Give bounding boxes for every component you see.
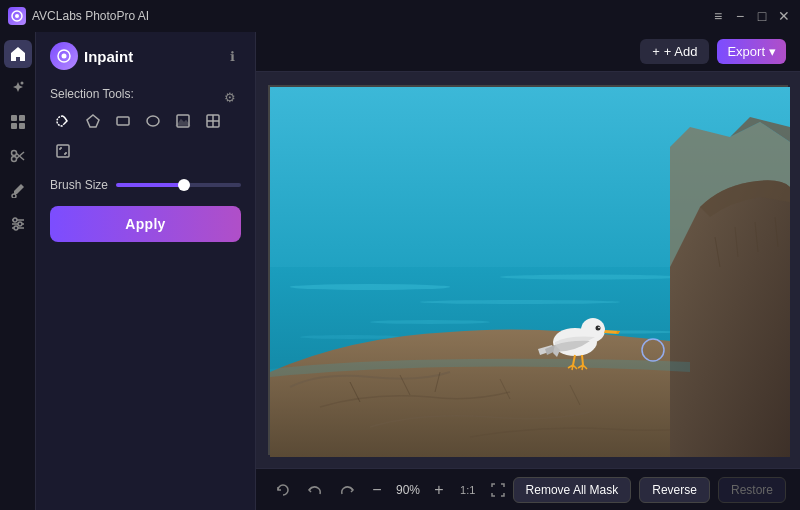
svg-point-33: [500, 275, 680, 280]
svg-point-34: [300, 335, 400, 339]
selection-tools-row: Selection Tools: ⚙: [50, 86, 241, 108]
sidebar-item-ai[interactable]: [4, 74, 32, 102]
canvas-area: [256, 72, 800, 468]
fit-screen-button[interactable]: [485, 477, 511, 503]
add-label: + Add: [664, 44, 698, 59]
svg-point-15: [13, 218, 17, 222]
svg-point-8: [11, 157, 16, 162]
top-bar: + + Add Export ▾: [256, 32, 800, 72]
svg-point-48: [596, 326, 601, 331]
main-layout: Inpaint ℹ Selection Tools: ⚙: [0, 32, 800, 510]
sidebar-item-scissors[interactable]: [4, 142, 32, 170]
svg-point-17: [14, 226, 18, 230]
svg-point-16: [18, 222, 22, 226]
sidebar-item-paint[interactable]: [4, 176, 32, 204]
export-chevron-icon: ▾: [769, 44, 776, 59]
titlebar-controls: ≡ − □ ✕: [710, 8, 792, 24]
image-container[interactable]: [268, 85, 788, 455]
svg-rect-27: [57, 145, 69, 157]
panel-title: Inpaint: [84, 48, 133, 65]
add-button[interactable]: + + Add: [640, 39, 709, 64]
right-panel: + + Add Export ▾: [256, 32, 800, 510]
sidebar-item-grid[interactable]: [4, 108, 32, 136]
sidebar-item-home[interactable]: [4, 40, 32, 68]
minimize-button[interactable]: −: [732, 8, 748, 24]
zoom-level-label: 90%: [394, 483, 422, 497]
remove-all-mask-button[interactable]: Remove All Mask: [513, 477, 632, 503]
bottom-toolbar: − 90% + 1:1 Remove All Mask Reverse Rest…: [256, 468, 800, 510]
redo-button[interactable]: [334, 477, 360, 503]
zoom-out-button[interactable]: −: [366, 479, 388, 501]
close-button[interactable]: ✕: [776, 8, 792, 24]
svg-point-30: [290, 284, 450, 290]
export-label: Export: [727, 44, 765, 59]
info-button[interactable]: ℹ: [223, 47, 241, 65]
maximize-button[interactable]: □: [754, 8, 770, 24]
reverse-button[interactable]: Reverse: [639, 477, 710, 503]
rotate-left-button[interactable]: [270, 477, 296, 503]
lasso-tool-button[interactable]: [50, 108, 76, 134]
tool-icons: [50, 108, 241, 164]
brush-select-button[interactable]: [200, 108, 226, 134]
selection-tools-section: Selection Tools: ⚙: [50, 86, 241, 164]
bottom-left-controls: − 90% + 1:1: [270, 477, 511, 503]
brush-size-label: Brush Size: [50, 178, 108, 192]
svg-rect-4: [19, 115, 25, 121]
svg-point-11: [12, 194, 16, 198]
svg-point-31: [420, 300, 620, 304]
tools-panel: Inpaint ℹ Selection Tools: ⚙: [36, 32, 256, 510]
brush-size-slider[interactable]: [116, 183, 241, 187]
svg-point-7: [11, 151, 16, 156]
titlebar-left: AVCLabs PhotoPro AI: [8, 7, 149, 25]
svg-point-19: [62, 54, 67, 59]
svg-point-32: [370, 320, 490, 324]
svg-point-22: [147, 116, 159, 126]
add-icon: +: [652, 44, 660, 59]
panel-title-row: Inpaint: [50, 42, 133, 70]
undo-button[interactable]: [302, 477, 328, 503]
app-icon: [8, 7, 26, 25]
image-select-button[interactable]: [170, 108, 196, 134]
gear-button[interactable]: ⚙: [219, 86, 241, 108]
rect-select-button[interactable]: [110, 108, 136, 134]
sidebar-item-adjust[interactable]: [4, 210, 32, 238]
svg-rect-6: [19, 123, 25, 129]
titlebar: AVCLabs PhotoPro AI ≡ − □ ✕: [0, 0, 800, 32]
panel-header: Inpaint ℹ: [50, 42, 241, 70]
restore-button: Restore: [718, 477, 786, 503]
selection-tools-label: Selection Tools:: [50, 87, 134, 101]
svg-rect-3: [11, 115, 17, 121]
magic-select-button[interactable]: [50, 138, 76, 164]
menu-button[interactable]: ≡: [710, 8, 726, 24]
bottom-right-controls: Remove All Mask Reverse Restore: [513, 477, 786, 503]
svg-rect-21: [117, 117, 129, 125]
svg-line-51: [582, 355, 583, 365]
svg-rect-5: [11, 123, 17, 129]
svg-marker-20: [87, 115, 99, 127]
zoom-in-button[interactable]: +: [428, 479, 450, 501]
canvas-svg: [270, 87, 790, 457]
ellipse-select-button[interactable]: [140, 108, 166, 134]
svg-point-49: [598, 327, 600, 329]
panel-icon: [50, 42, 78, 70]
export-button[interactable]: Export ▾: [717, 39, 786, 64]
icon-sidebar: [0, 32, 36, 510]
svg-point-2: [20, 82, 23, 85]
svg-point-1: [15, 14, 19, 18]
app-title: AVCLabs PhotoPro AI: [32, 9, 149, 23]
zoom-1-1-button[interactable]: 1:1: [456, 482, 479, 498]
brush-size-section: Brush Size: [50, 178, 241, 192]
apply-button[interactable]: Apply: [50, 206, 241, 242]
polygon-lasso-button[interactable]: [80, 108, 106, 134]
